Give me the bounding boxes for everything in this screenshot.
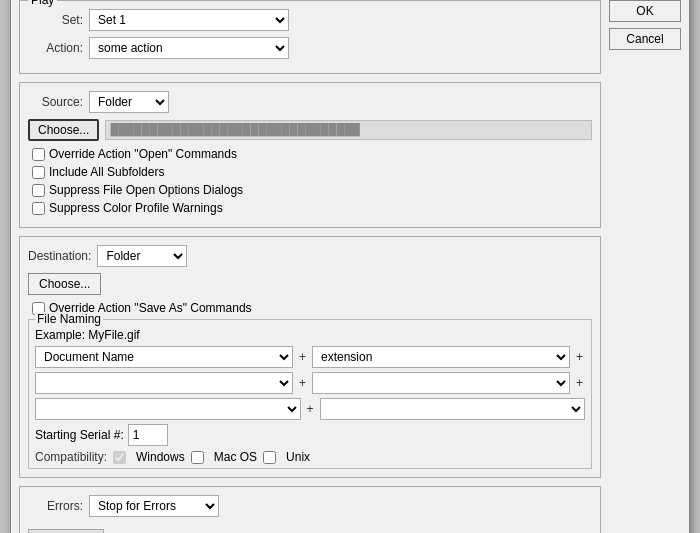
serial-label: Starting Serial #: bbox=[35, 428, 124, 442]
errors-row: Errors: Stop for Errors bbox=[28, 495, 592, 517]
destination-section: Destination: Folder Choose... Override A… bbox=[19, 236, 601, 478]
errors-label: Errors: bbox=[28, 499, 83, 513]
compat-row: Compatibility: Windows Mac OS Unix bbox=[35, 450, 585, 464]
dialog-body: Play Set: Set 1 Action: some action bbox=[11, 0, 689, 533]
naming-row-2: + + bbox=[35, 372, 585, 394]
source-row: Source: Folder bbox=[28, 91, 592, 113]
naming-col1-select-2[interactable] bbox=[35, 372, 293, 394]
source-choose-button[interactable]: Choose... bbox=[28, 119, 99, 141]
suppress-file-open-checkbox[interactable] bbox=[32, 184, 45, 197]
naming-col2-select-3[interactable] bbox=[320, 398, 586, 420]
file-naming-group: File Naming Example: MyFile.gif Document… bbox=[28, 319, 592, 469]
compat-unix-checkbox[interactable] bbox=[263, 451, 276, 464]
plus-3: + bbox=[297, 376, 308, 390]
suppress-color-checkbox[interactable] bbox=[32, 202, 45, 215]
dest-choose-button[interactable]: Choose... bbox=[28, 273, 101, 295]
destination-row: Destination: Folder bbox=[28, 245, 592, 267]
compat-macos-checkbox[interactable] bbox=[191, 451, 204, 464]
errors-section: Errors: Stop for Errors Save As... bbox=[19, 486, 601, 533]
suppress-file-open-row: Suppress File Open Options Dialogs bbox=[32, 183, 592, 197]
override-save-row: Override Action "Save As" Commands bbox=[32, 301, 592, 315]
naming-row-3: + bbox=[35, 398, 585, 420]
saveas-button[interactable]: Save As... bbox=[28, 529, 104, 533]
compat-windows-label: Windows bbox=[136, 450, 185, 464]
naming-col2-select-1[interactable]: extension bbox=[312, 346, 570, 368]
ok-button[interactable]: OK bbox=[609, 0, 681, 22]
left-panel: Play Set: Set 1 Action: some action bbox=[19, 0, 601, 533]
plus-5: + bbox=[305, 402, 316, 416]
include-subfolders-row: Include All Subfolders bbox=[32, 165, 592, 179]
play-section-label: Play bbox=[28, 0, 57, 7]
plus-2: + bbox=[574, 350, 585, 364]
compat-label: Compatibility: bbox=[35, 450, 107, 464]
source-path: ████████████████████████████████ bbox=[105, 120, 592, 140]
right-panel: OK Cancel bbox=[601, 0, 681, 533]
source-label: Source: bbox=[28, 95, 83, 109]
destination-select[interactable]: Folder bbox=[97, 245, 187, 267]
naming-col2-select-2[interactable] bbox=[312, 372, 570, 394]
batch-dialog: Batch ✕ Play Set: Set 1 Action: some act… bbox=[10, 0, 690, 533]
destination-label: Destination: bbox=[28, 249, 91, 263]
include-subfolders-label: Include All Subfolders bbox=[49, 165, 164, 179]
file-naming-title: File Naming bbox=[35, 312, 103, 326]
compat-windows-checkbox[interactable] bbox=[113, 451, 126, 464]
set-label: Set: bbox=[28, 13, 83, 27]
override-open-row: Override Action "Open" Commands bbox=[32, 147, 592, 161]
suppress-color-row: Suppress Color Profile Warnings bbox=[32, 201, 592, 215]
serial-row: Starting Serial #: 1 bbox=[35, 424, 585, 446]
cancel-button[interactable]: Cancel bbox=[609, 28, 681, 50]
suppress-file-open-label: Suppress File Open Options Dialogs bbox=[49, 183, 243, 197]
naming-col1-select-3[interactable] bbox=[35, 398, 301, 420]
include-subfolders-checkbox[interactable] bbox=[32, 166, 45, 179]
suppress-color-label: Suppress Color Profile Warnings bbox=[49, 201, 223, 215]
override-open-label: Override Action "Open" Commands bbox=[49, 147, 237, 161]
naming-col1-select-1[interactable]: Document Name bbox=[35, 346, 293, 368]
source-select[interactable]: Folder bbox=[89, 91, 169, 113]
naming-row-1: Document Name + extension + bbox=[35, 346, 585, 368]
source-section: Source: Folder Choose... ███████████████… bbox=[19, 82, 601, 228]
errors-select[interactable]: Stop for Errors bbox=[89, 495, 219, 517]
play-section: Play Set: Set 1 Action: some action bbox=[19, 0, 601, 74]
compat-macos-label: Mac OS bbox=[214, 450, 257, 464]
set-row: Set: Set 1 bbox=[28, 9, 592, 31]
action-label: Action: bbox=[28, 41, 83, 55]
action-row: Action: some action bbox=[28, 37, 592, 59]
override-open-checkbox[interactable] bbox=[32, 148, 45, 161]
action-select[interactable]: some action bbox=[89, 37, 289, 59]
example-label: Example: MyFile.gif bbox=[35, 328, 140, 342]
compat-unix-label: Unix bbox=[286, 450, 310, 464]
serial-input[interactable]: 1 bbox=[128, 424, 168, 446]
set-select[interactable]: Set 1 bbox=[89, 9, 289, 31]
plus-4: + bbox=[574, 376, 585, 390]
plus-1: + bbox=[297, 350, 308, 364]
